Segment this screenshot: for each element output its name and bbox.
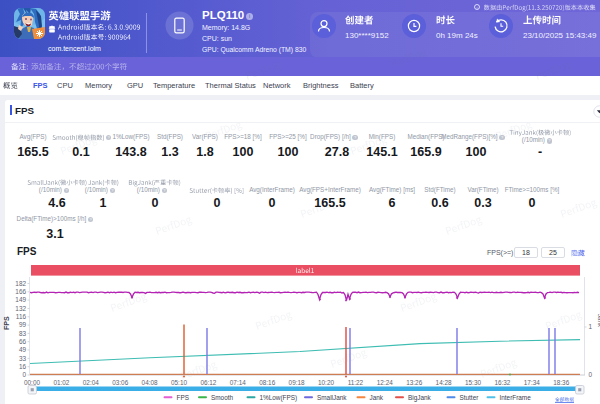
svg-text:99: 99 — [19, 321, 27, 328]
svg-text:InterFrame: InterFrame — [500, 394, 532, 401]
svg-text:16: 16 — [19, 363, 27, 370]
svg-text:0: 0 — [22, 371, 26, 378]
svg-text:Jank: Jank — [370, 394, 384, 401]
svg-text:11:22: 11:22 — [348, 379, 364, 386]
svg-text:16:32: 16:32 — [494, 379, 510, 386]
svg-text:01:02: 01:02 — [53, 379, 69, 386]
svg-text:116: 116 — [16, 313, 27, 320]
svg-text:18:36: 18:36 — [553, 379, 569, 386]
svg-text:1%Low(FPS): 1%Low(FPS) — [260, 394, 298, 402]
svg-text:Stutter: Stutter — [460, 394, 480, 401]
svg-text:FPS: FPS — [3, 316, 10, 330]
svg-text:83: 83 — [19, 330, 27, 337]
svg-text:132: 132 — [15, 305, 26, 312]
svg-text:15:30: 15:30 — [465, 379, 481, 386]
svg-text:49: 49 — [19, 346, 27, 353]
svg-text:182: 182 — [15, 280, 26, 287]
svg-text:0: 0 — [589, 371, 593, 378]
svg-text:08:16: 08:16 — [259, 379, 275, 386]
svg-text:12:24: 12:24 — [377, 379, 393, 386]
svg-text:166: 166 — [15, 288, 26, 295]
svg-text:05:10: 05:10 — [171, 379, 187, 386]
svg-text:06:12: 06:12 — [200, 379, 216, 386]
svg-text:14:28: 14:28 — [436, 379, 452, 386]
svg-text:02:04: 02:04 — [83, 379, 99, 386]
svg-text:BigJank: BigJank — [408, 394, 432, 402]
svg-text:03:06: 03:06 — [112, 379, 128, 386]
svg-text:66: 66 — [19, 338, 27, 345]
svg-text:10:20: 10:20 — [318, 379, 334, 386]
svg-text:149: 149 — [15, 296, 26, 303]
svg-text:09:18: 09:18 — [289, 379, 305, 386]
svg-text:1: 1 — [589, 323, 593, 330]
svg-text:07:14: 07:14 — [230, 379, 246, 386]
svg-text:SmallJank: SmallJank — [317, 394, 347, 401]
svg-text:04:08: 04:08 — [142, 379, 158, 386]
svg-text:Smooth: Smooth — [211, 394, 233, 401]
svg-text:00:00: 00:00 — [24, 379, 40, 386]
svg-text:33: 33 — [19, 355, 27, 362]
svg-text:17:34: 17:34 — [524, 379, 540, 386]
svg-text:FPS: FPS — [177, 394, 189, 401]
svg-text:13:26: 13:26 — [406, 379, 422, 386]
